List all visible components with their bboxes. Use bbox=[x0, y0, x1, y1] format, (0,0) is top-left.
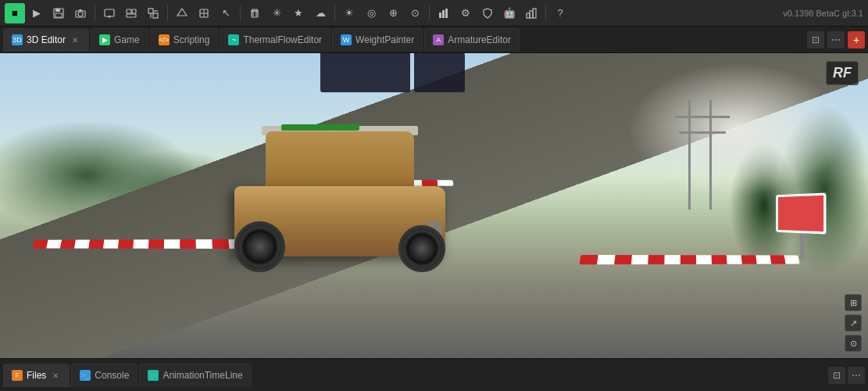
transform-button[interactable] bbox=[143, 3, 163, 23]
stop-button[interactable]: ■ bbox=[5, 3, 25, 23]
bar-chart-button[interactable] bbox=[434, 3, 454, 23]
tower-arm-2 bbox=[679, 131, 726, 134]
object1-button[interactable] bbox=[172, 3, 192, 23]
tower-body bbox=[688, 100, 712, 210]
separator bbox=[95, 5, 95, 21]
separator bbox=[429, 5, 430, 21]
object2-button[interactable] bbox=[194, 3, 214, 23]
files-label: Files bbox=[27, 370, 46, 381]
tab-game[interactable]: ▶ Game bbox=[91, 28, 148, 52]
car-wheel-rear bbox=[234, 221, 285, 272]
car bbox=[219, 108, 469, 280]
barrier-right bbox=[579, 255, 799, 264]
sign-board bbox=[776, 193, 826, 235]
viewport-grid-button[interactable]: ⊞ bbox=[845, 294, 862, 311]
bottom-tab-console[interactable]: >_ Console bbox=[71, 364, 138, 387]
separator bbox=[240, 5, 241, 21]
select-button[interactable]: ↖ bbox=[216, 3, 236, 23]
shield-button[interactable] bbox=[477, 3, 498, 23]
tab-thermal-label: ThermalFlowEditor bbox=[243, 34, 322, 45]
svg-rect-20 bbox=[439, 13, 441, 18]
delete-button[interactable] bbox=[245, 3, 265, 23]
svg-rect-9 bbox=[132, 9, 136, 13]
export-button[interactable] bbox=[521, 3, 541, 23]
svg-rect-5 bbox=[105, 9, 114, 16]
viewport-corner-buttons: ⊞ ↗ ⊙ bbox=[845, 294, 862, 352]
tab-scripting-label: Scripting bbox=[173, 34, 210, 45]
svg-rect-25 bbox=[533, 9, 536, 18]
svg-rect-22 bbox=[445, 9, 448, 18]
tab-scripting-icon: </> bbox=[159, 34, 170, 45]
separator bbox=[545, 5, 546, 21]
android-button[interactable]: 🤖 bbox=[499, 3, 520, 23]
road-sign bbox=[774, 194, 829, 256]
tab-bar: 3D 3D Editor ✕ ▶ Game </> Scripting ~ Th… bbox=[0, 27, 868, 53]
svg-point-3 bbox=[78, 12, 83, 16]
svg-rect-8 bbox=[127, 9, 131, 13]
tab-thermal-flow[interactable]: ~ ThermalFlowEditor bbox=[220, 28, 330, 52]
tab-3d-editor-icon: 3D bbox=[12, 34, 23, 45]
viewport[interactable]: RF ⊞ ↗ ⊙ bbox=[0, 53, 868, 358]
viewport-expand-button[interactable]: ↗ bbox=[845, 314, 862, 332]
corner-logo: RF bbox=[826, 61, 859, 85]
tab-weight-painter[interactable]: W WeightPainter bbox=[332, 28, 423, 52]
svg-marker-15 bbox=[177, 9, 187, 16]
tab-armature-editor[interactable]: A ArmatureEditor bbox=[424, 28, 520, 52]
car-roof bbox=[266, 131, 414, 190]
tab-menu-button[interactable]: ⋯ bbox=[827, 31, 845, 48]
cloud-button[interactable]: ☁ bbox=[310, 3, 330, 23]
tab-armature-label: ArmatureEditor bbox=[448, 34, 511, 45]
tab-more-controls: ⊡ ⋯ + bbox=[807, 31, 865, 48]
version-label: v0.1398 BetaC gl:3.1 bbox=[783, 9, 863, 18]
svg-rect-2 bbox=[55, 13, 62, 17]
bottom-menu-button[interactable]: ⋯ bbox=[848, 367, 865, 384]
tab-3d-editor[interactable]: 3D 3D Editor ✕ bbox=[3, 28, 89, 52]
sun-button[interactable]: ✳ bbox=[266, 3, 287, 23]
tab-3d-editor-label: 3D Editor bbox=[27, 34, 66, 45]
tab-add-button[interactable]: + bbox=[848, 31, 865, 48]
tab-thermal-icon: ~ bbox=[228, 34, 239, 45]
bottom-more-controls: ⊡ ⋯ bbox=[828, 367, 865, 384]
camera-button[interactable] bbox=[70, 3, 91, 23]
tab-3d-editor-close[interactable]: ✕ bbox=[70, 34, 80, 45]
svg-rect-11 bbox=[148, 9, 153, 13]
tab-weight-label: WeightPainter bbox=[355, 34, 414, 45]
separator bbox=[334, 5, 335, 21]
color-button[interactable]: ⊕ bbox=[383, 3, 403, 23]
console-icon: >_ bbox=[80, 370, 91, 381]
svg-rect-1 bbox=[55, 9, 60, 12]
help-button[interactable]: ? bbox=[550, 3, 570, 23]
car-roof-cargo bbox=[281, 124, 359, 131]
save-button[interactable] bbox=[48, 3, 69, 23]
bottom-panel: F Files ✕ >_ Console ▷ AnimationTimeLine… bbox=[0, 358, 868, 391]
tab-armature-icon: A bbox=[433, 34, 444, 45]
files-icon: F bbox=[12, 370, 23, 381]
settings-button[interactable]: ⚙ bbox=[455, 3, 476, 23]
tower-arm-1 bbox=[675, 116, 730, 118]
svg-rect-10 bbox=[127, 14, 136, 17]
animation-icon: ▷ bbox=[148, 370, 159, 381]
bottom-tab-files[interactable]: F Files ✕ bbox=[3, 364, 70, 387]
tab-layout-button[interactable]: ⊡ bbox=[807, 31, 824, 48]
lens-button[interactable]: ◎ bbox=[361, 3, 381, 23]
tab-scripting[interactable]: </> Scripting bbox=[150, 28, 219, 52]
power-tower bbox=[688, 100, 712, 210]
screen-button[interactable] bbox=[99, 3, 120, 23]
sign-post bbox=[800, 233, 804, 260]
paint-button[interactable]: ⊙ bbox=[405, 3, 425, 23]
bottom-layout-button[interactable]: ⊡ bbox=[828, 367, 845, 384]
files-close[interactable]: ✕ bbox=[50, 370, 61, 381]
viewport-scene: RF ⊞ ↗ ⊙ bbox=[0, 53, 868, 358]
star-button[interactable]: ★ bbox=[288, 3, 309, 23]
bottom-tab-animation[interactable]: ▷ AnimationTimeLine bbox=[139, 364, 251, 387]
console-label: Console bbox=[95, 370, 129, 381]
car-wheel-front bbox=[398, 225, 445, 272]
tab-weight-icon: W bbox=[341, 34, 352, 45]
separator bbox=[167, 5, 168, 21]
viewport-orbit-button[interactable]: ⊙ bbox=[845, 335, 862, 352]
brightness-button[interactable]: ☀ bbox=[339, 3, 359, 23]
car-window-rear bbox=[320, 53, 410, 92]
car-window-front bbox=[414, 53, 465, 92]
screen2-button[interactable] bbox=[121, 3, 141, 23]
play-button[interactable]: ▶ bbox=[27, 3, 47, 23]
